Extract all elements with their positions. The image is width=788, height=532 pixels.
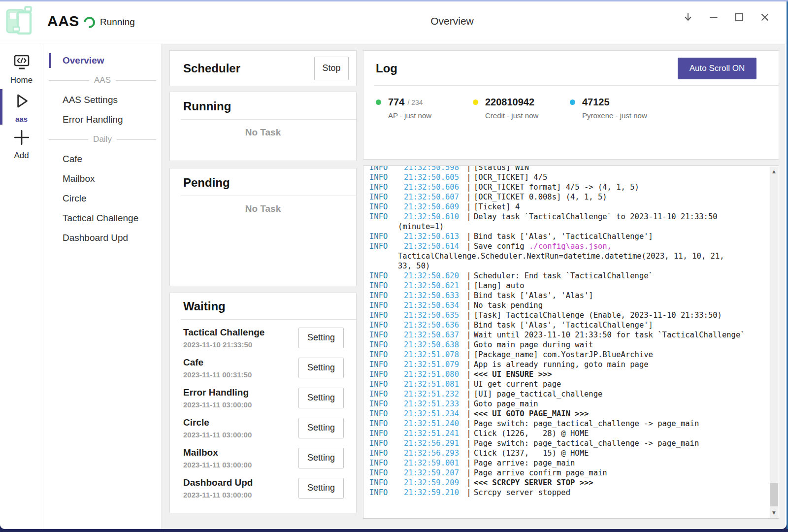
maximize-button[interactable] [726,7,752,28]
log-message: Scrcpy server stopped [474,488,570,498]
stat-ap: 774/ 234AP - just now [376,97,473,120]
log-line: INFO21:32:50.633|Bind task ['Alas', 'Ala… [369,291,779,300]
waiting-item-info: Dashboard Upd2023-11-11 03:00:00 [183,477,298,499]
log-separator: | [464,399,474,409]
screen: AAS Running Overview [0,0,788,532]
stat-value: 47125 [582,97,610,108]
waiting-task-name: Cafe [183,357,298,368]
log-timestamp: 21:32:51.080 [404,369,464,379]
waiting-task-name: Circle [183,417,298,428]
waiting-item-info: Mailbox2023-11-11 03:00:00 [183,447,298,469]
log-message: 33, 50) [398,261,430,271]
scrollbar-thumb[interactable] [770,483,778,506]
log-line: INFO21:32:50.605|[OCR_TICKET] 4/5 [369,172,779,182]
log-message: Page switch: page_tactical_challenge -> … [474,419,699,429]
log-message: TacticalChallenge.Scheduler.NextRun=date… [398,251,724,261]
stop-button[interactable]: Stop [314,57,349,80]
setting-button-error-handling[interactable]: Setting [298,388,344,408]
log-message: Click (1226, 28) @ HOME [474,429,589,438]
waiting-task-time: 2023-11-11 03:00:00 [183,400,298,409]
log-message: Delay task `TacticalChallenge` to 2023-1… [474,212,718,222]
stat-value-row: 220810942 [473,97,570,108]
nav-item-mailbox[interactable]: Mailbox [44,169,161,189]
log-line: INFO21:32:50.635|[Task] TacticalChalleng… [369,310,779,320]
log-separator: | [464,271,474,281]
log-level: INFO [369,330,404,340]
rail-item-home[interactable]: Home [0,52,43,87]
log-header: Log Auto Scroll ON [363,58,779,79]
main-content: Scheduler Stop Running No Task Pending N… [162,44,785,529]
nav-item-cafe[interactable]: Cafe [44,149,161,169]
nav-item-error-handling[interactable]: Error Handling [44,110,161,130]
divider [181,319,356,320]
log-separator: | [464,172,474,182]
log-message: [OCR_TICKET format] 4/5 -> (4, 1, 5) [474,182,639,192]
log-message: [Ticket] 4 [474,202,520,212]
icon-rail: HomeaasAdd [0,44,43,529]
waiting-task-time: 2023-11-11 03:00:00 [183,461,298,469]
log-level: INFO [369,468,404,478]
log-separator: | [464,340,474,350]
divider-line [117,139,156,140]
rail-item-aas[interactable]: aas [0,89,43,125]
log-timestamp: 21:32:51.241 [404,429,464,438]
running-empty-label: No Task [170,127,356,138]
setting-button-dashboard-upd[interactable]: Setting [298,478,344,499]
log-line: INFO21:32:51.233|Goto page_main [369,399,779,409]
log-message: App is already running, goto main page [474,360,649,369]
log-timestamp: 21:32:50.634 [404,300,464,310]
nav-item-label: AAS Settings [63,95,118,105]
log-message: Page switch: page_tactical_challenge -> … [474,438,699,448]
setting-button-cafe[interactable]: Setting [298,358,344,378]
close-button[interactable] [752,7,778,28]
log-timestamp: 21:32:56.291 [404,438,464,448]
log-console[interactable]: INFO21:32:50.598|[Status] WININFO21:32:5… [363,166,779,519]
log-level: INFO [369,310,404,320]
rail-item-label: Home [10,75,33,85]
log-timestamp: 21:32:59.207 [404,468,464,478]
log-timestamp: 21:32:50.598 [404,166,464,172]
nav-item-tactical-challenge[interactable]: Tactical Challenge [44,208,161,228]
setting-button-mailbox[interactable]: Setting [298,448,344,468]
log-line: INFO21:32:51.234|<<< UI GOTO PAGE_MAIN >… [369,409,779,419]
waiting-item-info: Cafe2023-11-11 00:31:50 [183,357,298,379]
log-separator: | [464,232,474,241]
scrollbar-down-arrow-icon[interactable]: ▼ [770,509,778,517]
waiting-item-circle: Circle2023-11-11 03:00:00Setting [170,413,356,443]
sidebar-nav: OverviewAASAAS SettingsError HandlingDai… [44,44,162,529]
log-line: INFO21:32:51.080|<<< UI ENSURE >>> [369,369,779,379]
update-button[interactable] [675,7,701,28]
scheduler-status-label: Running [100,17,135,28]
log-timestamp: 21:32:50.637 [404,330,464,340]
log-level: INFO [369,300,404,310]
nav-item-label: Overview [63,55,104,66]
log-message: [UI] page_tactical_challenge [474,389,602,399]
log-line: INFO21:32:50.636|Bind task ['Alas', 'Tac… [369,320,779,330]
log-separator: | [464,350,474,360]
rail-item-add[interactable]: Add [0,127,43,162]
log-message: No task pending [474,300,543,310]
setting-button-tactical-challenge[interactable]: Setting [298,328,344,348]
log-separator: | [464,389,474,399]
log-separator: | [464,212,474,222]
log-level: INFO [369,291,404,300]
app-name: AAS [47,13,79,30]
scrollbar-up-arrow-icon[interactable]: ▲ [770,167,778,175]
log-level: INFO [369,488,404,498]
log-message: Click (1237, 15) @ HOME [474,448,589,458]
setting-button-circle[interactable]: Setting [298,418,344,438]
minimize-button[interactable] [701,7,726,28]
nav-item-dashboard-upd[interactable]: Dashboard Upd [44,228,161,248]
log-level: INFO [369,448,404,458]
nav-item-overview[interactable]: Overview [44,51,161,70]
log-scrollbar[interactable]: ▲ ▼ [770,166,778,518]
log-line: INFO21:32:50.637|Wait until 2023-11-10 2… [369,330,779,340]
stat-pyroxene: 47125Pyroxene - just now [570,97,667,120]
nav-item-circle[interactable]: Circle [44,189,161,208]
auto-scroll-button[interactable]: Auto Scroll ON [678,58,756,79]
nav-item-aas-settings[interactable]: AAS Settings [44,90,161,110]
divider-line [116,80,156,81]
log-timestamp: 21:32:50.607 [404,192,464,202]
log-separator: | [464,468,474,478]
log-message: Scheduler: End task `TacticalChallenge` [474,271,653,281]
